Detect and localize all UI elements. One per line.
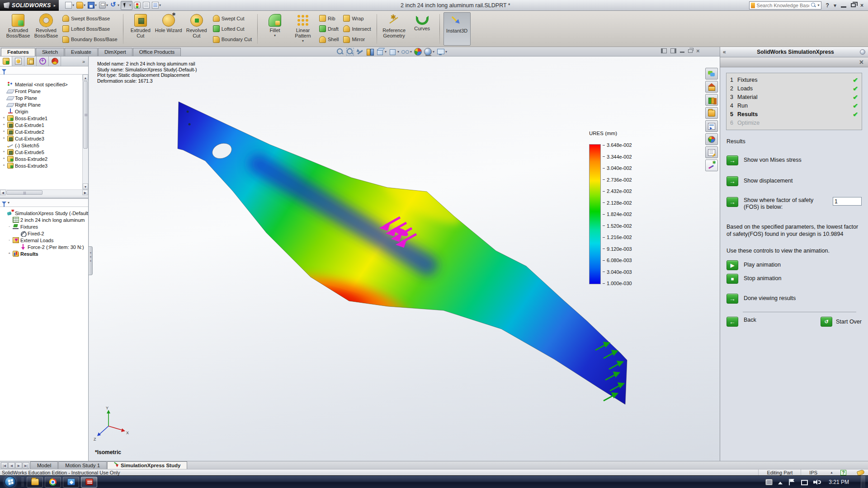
ribbon-button[interactable]: Shell <box>317 35 340 44</box>
logo-caret-icon[interactable]: ▸ <box>54 3 56 8</box>
dropdown-caret-icon[interactable]: ▾ <box>385 50 387 54</box>
ribbon-tab[interactable]: Office Products <box>133 48 181 56</box>
dropdown-caret-icon[interactable]: ▾ <box>95 3 97 7</box>
arrow-left-icon[interactable]: ← <box>726 317 738 327</box>
tree-item[interactable]: + Cut-Extrude1 <box>1 122 88 128</box>
expand-toggle[interactable]: + <box>7 252 11 256</box>
pin-icon[interactable] <box>860 49 865 55</box>
done-viewing-results-row[interactable]: → Done viewing results <box>726 294 862 304</box>
expand-toggle[interactable] <box>2 103 6 107</box>
featuremanager-tab[interactable] <box>0 56 12 66</box>
document-tab[interactable]: Motion Study 1 <box>58 461 107 469</box>
expand-toggle[interactable] <box>2 109 6 113</box>
arrow-right-icon[interactable]: → <box>726 197 738 207</box>
tree-item[interactable]: Material <not specified> <box>1 81 88 88</box>
ribbon-button[interactable]: Draft <box>317 24 340 33</box>
restart-icon[interactable]: ↺ <box>821 317 832 327</box>
restore-button[interactable] <box>851 3 856 7</box>
ribbon-tab[interactable]: Features <box>1 48 35 56</box>
show-desktop-button[interactable] <box>861 476 865 488</box>
collapse-panel-icon[interactable]: « <box>723 49 731 55</box>
dropdown-caret-icon[interactable]: ▾ <box>118 3 119 7</box>
ribbon-button[interactable]: Revolved Boss/Base <box>33 12 60 46</box>
quick-access-button[interactable]: ▾ <box>121 1 132 10</box>
document-restore-icon[interactable] <box>688 49 693 53</box>
ribbon-button[interactable]: Extruded Boss/Base <box>5 12 32 46</box>
tree-filter-bar[interactable] <box>0 66 88 75</box>
hud-button[interactable]: ▾ <box>389 48 399 56</box>
expand-toggle[interactable] <box>14 245 19 249</box>
taskbar-app-button[interactable] <box>27 477 43 488</box>
tree-item[interactable]: Front Plane <box>1 88 88 94</box>
hud-button[interactable]: ▾ <box>401 48 412 56</box>
filter-caret-icon[interactable]: ▾ <box>8 201 9 205</box>
scrollbar-thumb[interactable] <box>6 190 42 195</box>
ribbon-tab[interactable]: Sketch <box>36 48 64 56</box>
simulation-tree-filter-bar[interactable]: ▾ <box>0 199 88 207</box>
hud-button[interactable] <box>356 48 364 56</box>
split-view-right-icon[interactable] <box>670 48 676 53</box>
expand-toggle[interactable]: + <box>2 157 6 161</box>
start-button[interactable] <box>5 476 16 488</box>
knowledge-base-search[interactable]: ▾ <box>749 1 821 9</box>
tree-item[interactable]: Fixed-2 <box>1 230 88 237</box>
expand-toggle[interactable]: + <box>2 136 6 141</box>
ribbon-button[interactable]: Extruded Cut <box>127 12 154 46</box>
quick-access-button[interactable] <box>142 1 151 10</box>
minimize-button[interactable] <box>841 6 846 8</box>
scrollbar-thumb[interactable] <box>83 81 88 149</box>
expand-toggle[interactable]: + <box>2 123 6 127</box>
dropdown-caret-icon[interactable]: ▾ <box>159 3 161 7</box>
quick-access-button[interactable]: ▾ <box>75 1 86 10</box>
arrow-right-icon[interactable]: → <box>726 155 738 165</box>
arrow-right-icon[interactable]: → <box>726 176 738 186</box>
ribbon-button[interactable]: Instant3D <box>443 12 471 46</box>
task-pane-tab[interactable] <box>705 68 718 80</box>
ribbon-button[interactable]: Fillet ▾ <box>261 12 288 46</box>
units-selector[interactable]: IPS <box>801 469 826 475</box>
volume-icon[interactable] <box>813 479 821 485</box>
tree-item[interactable]: Right Plane <box>1 101 88 108</box>
graphics-viewport[interactable]: Y X Z Model name: 2 inch 24 inch long al… <box>89 56 720 461</box>
ribbon-tab[interactable]: DimXpert <box>98 48 132 56</box>
dropdown-caret-icon[interactable]: ▾ <box>106 3 108 7</box>
tree-item[interactable]: + Results <box>1 250 88 257</box>
propertymanager-tab[interactable] <box>12 56 24 66</box>
expand-toggle[interactable] <box>2 96 6 100</box>
quick-access-button[interactable]: ▾ <box>64 1 75 10</box>
ribbon-button[interactable]: Boundary Boss/Base <box>61 35 119 44</box>
dropdown-caret-icon[interactable]: ▾ <box>274 33 276 38</box>
tree-item[interactable]: - External Loads <box>1 237 88 244</box>
fos-threshold-input[interactable] <box>833 197 862 206</box>
tree-item[interactable]: + Cut-Extrude3 <box>1 135 88 142</box>
tag-icon[interactable] <box>857 469 865 476</box>
ribbon-button[interactable]: Reference Geometry <box>381 12 408 46</box>
split-view-left-icon[interactable] <box>661 48 667 53</box>
close-button[interactable]: × <box>860 2 863 9</box>
tree-item[interactable]: Origin <box>1 108 88 115</box>
tree-item[interactable]: Force-2 (:Per item: 30 N:) <box>1 244 88 250</box>
expand-toggle[interactable] <box>2 211 6 215</box>
play-animation-row[interactable]: ▶ Play animation <box>726 260 862 270</box>
quick-access-button[interactable]: ▾ <box>109 1 120 10</box>
taskbar-app-button[interactable] <box>81 477 97 488</box>
ribbon-button[interactable]: Curves <box>409 12 436 46</box>
show-von-mises-row[interactable]: → Show von Mises stress <box>726 155 862 165</box>
task-pane-tab[interactable] <box>705 133 718 145</box>
expand-toggle[interactable]: + <box>2 150 6 154</box>
next-tab-icon[interactable]: ▶ <box>15 462 22 469</box>
tree-item[interactable]: (-) Sketch5 <box>1 142 88 149</box>
expand-toggle[interactable]: + <box>2 116 6 120</box>
start-over-button[interactable]: ↺ Start Over <box>821 317 862 327</box>
wizard-step[interactable]: 1 Fixtures ✔ <box>730 75 858 84</box>
hud-button[interactable] <box>346 48 354 56</box>
ribbon-button[interactable]: Hole Wizard <box>155 12 182 46</box>
tree-item[interactable]: SimulationXpress Study (-Default-) <box>1 210 88 216</box>
first-tab-icon[interactable]: |◀ <box>1 462 8 469</box>
panel-splitter[interactable] <box>0 196 88 199</box>
units-caret-icon[interactable]: ▲ <box>826 471 838 474</box>
dropdown-caret-icon[interactable]: ▾ <box>129 3 131 7</box>
ribbon-tab[interactable]: Evaluate <box>65 48 98 56</box>
tree-item[interactable]: + Boss-Extrude3 <box>1 162 88 169</box>
action-center-flag-icon[interactable] <box>788 479 795 485</box>
